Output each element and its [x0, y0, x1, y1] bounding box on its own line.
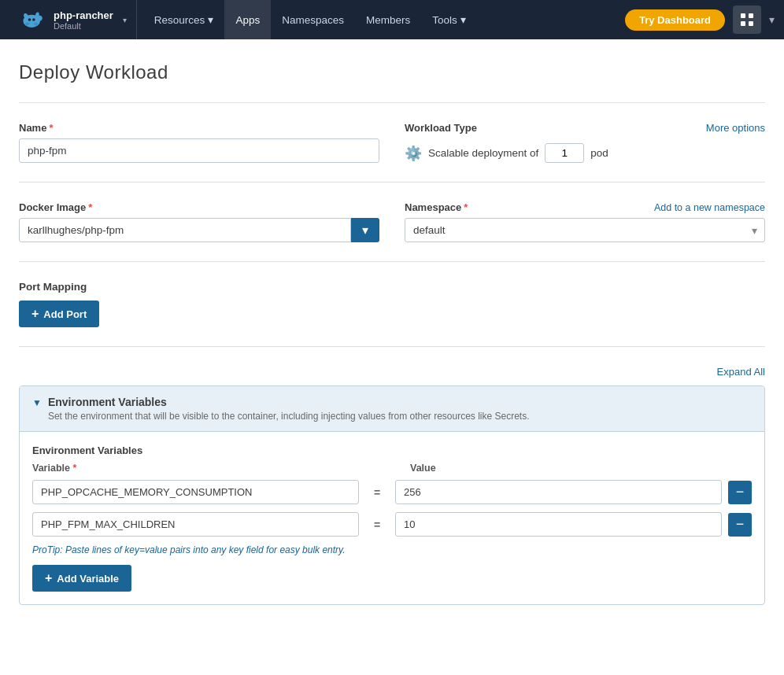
docker-image-input[interactable]	[19, 218, 351, 242]
docker-required: *	[88, 201, 92, 213]
name-workload-row: Name * Workload Type More options ⚙️ Sca…	[19, 122, 765, 163]
workload-type-content: ⚙️ Scalable deployment of pod	[405, 143, 765, 163]
brand-text: php-rancher Default	[54, 9, 113, 31]
docker-image-group: Docker Image * ▾	[19, 201, 379, 242]
env-row-1: = −	[32, 480, 752, 504]
workload-type-label: Workload Type	[405, 122, 477, 134]
scalable-deployment-icon: ⚙️	[405, 145, 422, 162]
port-mapping-section: Port Mapping + Add Port	[19, 281, 765, 327]
add-port-plus-icon: +	[31, 307, 39, 321]
divider-3	[19, 261, 765, 262]
add-namespace-link[interactable]: Add to a new namespace	[654, 202, 765, 213]
name-input[interactable]	[19, 138, 379, 163]
brand-sub: Default	[54, 21, 113, 31]
docker-dropdown-button[interactable]: ▾	[351, 218, 379, 242]
value-col-header: Value	[410, 463, 752, 474]
minus-icon-1: −	[736, 484, 745, 500]
expand-all-link[interactable]: Expand All	[717, 366, 765, 378]
env-val-input-1[interactable]	[395, 480, 722, 504]
divider-1	[19, 102, 765, 103]
resources-chevron-icon: ▾	[208, 13, 213, 26]
namespace-label: Namespace *	[405, 201, 468, 213]
add-port-button[interactable]: + Add Port	[19, 301, 99, 327]
grid-icon[interactable]	[733, 6, 761, 34]
navbar: php-rancher Default ▾ Resources ▾ Apps N…	[0, 0, 784, 39]
divider-4	[19, 346, 765, 347]
workload-type-group: Workload Type More options ⚙️ Scalable d…	[405, 122, 765, 163]
collapse-arrow-icon[interactable]: ▼	[32, 397, 42, 408]
pod-count-input[interactable]	[545, 143, 584, 163]
svg-point-4	[32, 18, 35, 21]
svg-rect-12	[749, 21, 753, 26]
add-variable-button[interactable]: + Add Variable	[32, 565, 131, 592]
brand-logo-icon	[19, 6, 47, 34]
expand-all-row: Expand All	[19, 366, 765, 378]
env-variables-section: ▼ Environment Variables Set the environm…	[19, 385, 765, 605]
namespace-group: Namespace * Add to a new namespace defau…	[405, 201, 765, 242]
namespace-select-wrapper: default kube-system kube-public ▾	[405, 218, 765, 242]
nav-members[interactable]: Members	[355, 0, 421, 39]
add-variable-plus-icon: +	[45, 571, 52, 585]
remove-env-row-1-button[interactable]: −	[728, 481, 752, 504]
docker-namespace-row: Docker Image * ▾ Namespace * Add to a ne…	[19, 201, 765, 242]
page-title: Deploy Workload	[19, 61, 765, 83]
scalable-text: Scalable deployment of	[428, 147, 538, 159]
nav-links: Resources ▾ Apps Namespaces Members Tool…	[143, 0, 477, 39]
docker-image-label: Docker Image *	[19, 201, 379, 213]
name-group: Name *	[19, 122, 379, 163]
svg-rect-10	[749, 13, 753, 18]
env-row-2: = −	[32, 512, 752, 537]
nav-resources[interactable]: Resources ▾	[143, 0, 225, 39]
try-dashboard-button[interactable]: Try Dashboard	[625, 9, 725, 31]
namespace-select[interactable]: default kube-system kube-public	[405, 218, 765, 242]
docker-image-wrapper: ▾	[19, 218, 379, 242]
nav-apps[interactable]: Apps	[224, 0, 271, 39]
remove-env-row-2-button[interactable]: −	[728, 513, 752, 537]
namespace-required: *	[464, 201, 468, 213]
env-eq-2: =	[365, 518, 389, 531]
brand-chevron-icon: ▾	[123, 16, 127, 24]
svg-rect-11	[741, 21, 745, 26]
nav-right: Try Dashboard ▾	[625, 6, 775, 34]
env-var-input-2[interactable]	[32, 512, 359, 537]
pod-text: pod	[590, 147, 608, 159]
namespace-header: Namespace * Add to a new namespace	[405, 201, 765, 213]
env-table-headers: Variable * Value	[32, 463, 752, 474]
env-var-input-1[interactable]	[32, 480, 359, 504]
name-label: Name *	[19, 122, 379, 134]
svg-rect-9	[741, 13, 745, 18]
env-val-input-2[interactable]	[395, 512, 722, 537]
svg-point-3	[28, 18, 31, 21]
tools-chevron-icon: ▾	[460, 13, 466, 26]
env-eq-1: =	[365, 486, 389, 499]
env-sub-label: Environment Variables	[32, 444, 752, 456]
port-mapping-label: Port Mapping	[19, 281, 765, 293]
nav-tools[interactable]: Tools ▾	[421, 0, 477, 39]
docker-chevron-icon: ▾	[362, 223, 368, 238]
main-content: Deploy Workload Name * Workload Type Mor…	[0, 39, 784, 627]
more-options-link[interactable]: More options	[706, 122, 765, 134]
env-header-text: Environment Variables Set the environmen…	[48, 396, 530, 422]
user-chevron-icon[interactable]: ▾	[769, 13, 775, 26]
env-section-description: Set the environment that will be visible…	[48, 411, 530, 422]
protip-text: ProTip: Paste lines of key=value pairs i…	[32, 544, 752, 555]
brand[interactable]: php-rancher Default ▾	[9, 0, 137, 39]
variable-col-header: Variable *	[32, 463, 374, 474]
svg-point-6	[34, 23, 38, 26]
workload-type-header-row: Workload Type More options	[405, 122, 765, 134]
brand-name: php-rancher	[54, 9, 113, 21]
nav-namespaces[interactable]: Namespaces	[271, 0, 355, 39]
env-section-body: Environment Variables Variable * Value =…	[20, 432, 764, 604]
env-section-title: Environment Variables	[48, 396, 530, 408]
env-section-header: ▼ Environment Variables Set the environm…	[20, 386, 764, 432]
svg-point-5	[25, 23, 29, 26]
minus-icon-2: −	[736, 516, 745, 533]
name-required: *	[49, 122, 53, 134]
divider-2	[19, 182, 765, 183]
